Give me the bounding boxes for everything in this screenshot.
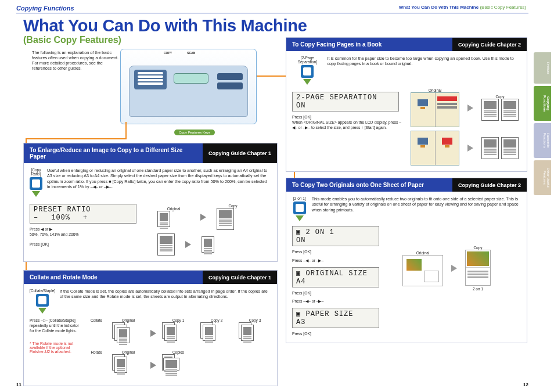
twoon1-description: This mode enables you to automatically r… xyxy=(312,196,521,222)
page-subtitle: (Basic Copy Features) xyxy=(23,35,121,45)
flow-arrow-down-icon xyxy=(32,191,40,197)
copy-ratio-key-icon xyxy=(30,177,42,190)
side-tabs: Preface Copying Functions Facsimile Func… xyxy=(534,52,551,197)
doc-icon xyxy=(481,137,499,159)
rotate-lbl-orig: Original xyxy=(112,350,145,354)
enlarge-lcd-value: 100% xyxy=(51,214,70,222)
intro-paragraph: The following is an explanation of the b… xyxy=(32,50,119,71)
collate-staple-key-icon xyxy=(36,294,49,307)
collate-description: If the Collate mode is set, the copies a… xyxy=(60,289,271,315)
enlarge-lcd-plus: + xyxy=(83,214,88,222)
facing-key-label: [2-Page Separation] xyxy=(292,56,323,64)
collate-lbl-c2: Copy 2 xyxy=(200,318,233,322)
section-collate-chapter: Copying Guide Chapter 1 xyxy=(203,271,277,284)
section-twoon1: To Copy Two Originals onto One Sheet of … xyxy=(286,178,527,343)
collate-lbl-c1: Copy 1 xyxy=(162,318,195,322)
doc-icon xyxy=(157,211,170,227)
machine-tray-icon xyxy=(134,70,167,89)
two-on-one-output-icon xyxy=(465,250,491,286)
facing-orig-label: Original xyxy=(411,88,459,92)
section-enlarge-chapter: Copying Guide Chapter 1 xyxy=(203,143,277,163)
arrow-right-icon xyxy=(150,362,156,369)
section-twoon1-chapter: Copying Guide Chapter 2 xyxy=(452,178,527,192)
twoon1-n2b: Press –◀– or –▶– xyxy=(292,299,391,304)
rotate-lbl-copies: Copies xyxy=(162,350,195,354)
twoon1-lcd1-l1: ▣ 2 ON 1 xyxy=(296,228,375,236)
doc-icon xyxy=(157,233,175,256)
twoon1-n2: Press [OK] xyxy=(292,291,391,296)
tab-facsimile-functions[interactable]: Facsimile Functions xyxy=(534,123,551,158)
machine-copy-label: COPY xyxy=(161,51,174,55)
header-right-blue: What You Can Do with This Machine xyxy=(399,5,479,10)
doc-icon xyxy=(501,99,519,121)
machine-illustration: COPY SCAN xyxy=(120,49,257,124)
header-rule xyxy=(16,13,528,13)
doc-icon xyxy=(481,99,499,121)
collate-lbl-c3: Copy 3 xyxy=(239,318,271,322)
collate-key-label: [Collate/Staple] xyxy=(30,289,55,293)
section-collate-title: Collate and Rotate Mode xyxy=(24,271,203,284)
header-right: What You Can Do with This Machine (Basic… xyxy=(399,5,526,10)
facing-copy-label: Copy xyxy=(481,95,519,99)
two-on-one-key-icon xyxy=(293,202,306,214)
monitor-icon xyxy=(442,138,452,145)
twoon1-lcd1: ▣ 2 ON 1 ON xyxy=(292,226,379,246)
book-icon xyxy=(411,131,459,166)
twoon1-n3: Press [OK] xyxy=(292,332,391,337)
twoon1-copy-label: Copy xyxy=(465,246,491,250)
two-page-sep-key-icon xyxy=(301,65,314,78)
twoon1-2on1-label: 2 on 1 xyxy=(465,287,491,291)
enlarge-orig-label: Original xyxy=(157,207,190,211)
enlarge-note1: Press ◀ or ▶ 50%, 70%, 141% and 200% xyxy=(30,227,146,238)
arrow-right-icon xyxy=(451,265,457,272)
collate-lbl-rotate: Rotate xyxy=(87,350,106,380)
monitor-icon xyxy=(418,99,428,106)
twoon1-lcd2-l1: ▣ ORIGINAL SIZE xyxy=(296,269,375,278)
leader-line xyxy=(26,138,127,139)
doc-stack-icon xyxy=(200,322,221,348)
facing-note1: Press [OK] When <ORIGINAL SIZE> appears … xyxy=(292,115,402,130)
collate-lbl-orig: Original xyxy=(112,318,145,322)
facing-lcd: 2-PAGE SEPARATION ON xyxy=(292,92,399,112)
doc-stack-icon xyxy=(162,322,183,348)
facing-lcd-line1: 2-PAGE SEPARATION xyxy=(296,93,395,102)
page-number-right: 12 xyxy=(523,382,528,387)
doc-icon xyxy=(202,236,214,253)
doc-stack-icon xyxy=(112,322,133,348)
arrow-right-icon xyxy=(150,330,156,337)
section-enlarge: To Enlarge/Reduce an Image to Copy to a … xyxy=(23,143,278,262)
tab-preface[interactable]: Preface xyxy=(534,52,551,84)
doc-stack-icon xyxy=(162,354,183,380)
arrow-right-icon xyxy=(467,145,473,152)
enlarge-description: Useful when enlarging or reducing an ori… xyxy=(47,168,271,198)
header-left: Copying Functions xyxy=(16,5,74,12)
twoon1-lcd1-l2: ON xyxy=(296,236,375,244)
doc-icon xyxy=(501,137,519,159)
page-number-left: 11 xyxy=(16,382,21,387)
machine-display xyxy=(174,73,208,84)
doc-stack-icon xyxy=(112,354,133,380)
monitor-icon xyxy=(418,138,428,145)
machine-scan-label: SCAN xyxy=(185,51,197,55)
section-facing: To Copy Facing Pages in a Book Copying G… xyxy=(286,37,527,172)
section-collate: Collate and Rotate Mode Copying Guide Ch… xyxy=(23,270,278,386)
collate-red-note: * The Rotate mode is not available if th… xyxy=(30,341,80,354)
copy-features-keys-tag: Copy Features Keys xyxy=(174,130,215,135)
enlarge-lcd-minus: – xyxy=(34,214,38,222)
enlarge-lcd-line1: PRESET RATIO xyxy=(34,206,132,214)
flow-arrow-down-icon xyxy=(303,79,311,85)
enlarge-key-label: [Copy Ratio] xyxy=(30,168,42,176)
arrow-right-icon xyxy=(200,214,206,221)
flow-arrow-down-icon xyxy=(38,308,46,314)
tab-copying-functions[interactable]: Copying Functions xyxy=(534,86,551,121)
collate-lbl-collate: Collate xyxy=(87,318,106,348)
twoon1-lcd2-l2: A4 xyxy=(296,278,375,286)
enlarge-copy-label: Copy xyxy=(217,204,249,208)
book-icon xyxy=(411,92,459,127)
section-enlarge-title: To Enlarge/Reduce an Image to Copy to a … xyxy=(24,143,203,163)
facing-description: It is common for the paper size to becom… xyxy=(328,56,521,86)
flow-arrow-down-icon xyxy=(296,215,304,221)
tab-other-useful-features[interactable]: Other Useful Features xyxy=(534,160,551,195)
twoon1-lcd2: ▣ ORIGINAL SIZE A4 xyxy=(292,267,379,287)
enlarge-lcd: PRESET RATIO – 100% + xyxy=(30,204,136,224)
